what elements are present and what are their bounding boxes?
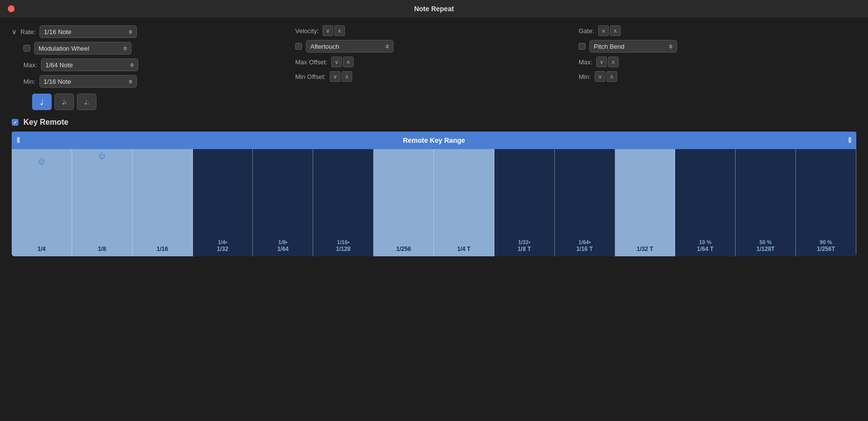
gate-down[interactable]: ∨ <box>598 25 609 36</box>
key-d-1-rate: 1/8 <box>98 246 106 252</box>
key-e0[interactable]: 1/64• 1/16 T <box>555 149 615 256</box>
gate-min-down[interactable]: ∨ <box>595 71 605 82</box>
modulation-checkbox[interactable] <box>23 45 30 52</box>
max-up[interactable] <box>130 63 134 65</box>
modulation-select[interactable]: Modulation Wheel <box>34 42 132 55</box>
pitchbend-checkbox[interactable] <box>579 43 585 50</box>
rate-spinners[interactable] <box>129 30 132 34</box>
note-btn-quarter[interactable]: ♩ <box>32 94 52 110</box>
max-offset-up[interactable]: ∧ <box>343 57 354 67</box>
min-offset-steppers[interactable]: ∨ ∧ <box>330 71 352 82</box>
key-c-1-rate: 1/4 <box>38 246 46 252</box>
key-c0[interactable]: C0 1/4 T <box>434 149 494 256</box>
key-c-1[interactable]: C-1 ⏻ NoteRepeat 1/4 <box>12 149 72 256</box>
max-down[interactable] <box>130 65 134 67</box>
max-label: Max: <box>23 61 37 69</box>
min-offset-down[interactable]: ∨ <box>330 71 340 82</box>
min-select[interactable]: 1/16 Note <box>39 75 137 88</box>
aftertouch-spinners[interactable] <box>385 44 389 49</box>
velocity-up[interactable]: ∧ <box>334 25 345 36</box>
aftertouch-value: Aftertouch <box>310 43 339 50</box>
aftertouch-select[interactable]: Aftertouch <box>306 40 394 53</box>
key-g-1[interactable]: 1/8• 1/64 <box>253 149 313 256</box>
range-handle-left[interactable]: ⦀ <box>17 136 20 145</box>
velocity-section: Velocity: ∨ ∧ Aftertouch Max Offset: <box>295 25 573 110</box>
gate-min-up[interactable]: ∧ <box>606 71 617 82</box>
velocity-row: Velocity: ∨ ∧ <box>295 25 573 36</box>
gate-max-up[interactable]: ∧ <box>608 57 619 67</box>
rate-down[interactable] <box>129 32 132 34</box>
pitchbend-select[interactable]: Pitch Bend <box>589 40 677 53</box>
gate-max-steppers[interactable]: ∨ ∧ <box>596 57 619 67</box>
min-row: Min: 1/16 Note <box>12 75 289 88</box>
gate-steppers[interactable]: ∨ ∧ <box>598 25 621 36</box>
rate-row: ∨ Rate: 1/16 Note <box>12 25 289 38</box>
range-handle-right[interactable]: ⦀ <box>848 136 851 145</box>
key-a0[interactable]: 50 % 1/128T <box>736 149 796 256</box>
mod-down[interactable] <box>123 49 127 51</box>
range-label: Remote Key Range <box>403 136 465 144</box>
min-offset-up[interactable]: ∧ <box>341 71 352 82</box>
remote-key-range[interactable]: ⦀ Remote Key Range ⦀ <box>12 132 856 149</box>
key-d0[interactable]: 1/32• 1/8 T <box>494 149 555 256</box>
collapse-arrow[interactable]: ∨ <box>12 28 17 36</box>
key-f0[interactable]: 1/32 T <box>615 149 676 256</box>
key-b-1-rate: 1/256 <box>396 246 411 252</box>
key-a0-function: 50 % <box>759 239 772 246</box>
key-e-1[interactable]: 1/16 <box>132 149 193 256</box>
min-spinners[interactable] <box>129 79 132 84</box>
key-a-1[interactable]: 1/16• 1/128 <box>313 149 374 256</box>
max-offset-down[interactable]: ∨ <box>331 57 342 67</box>
mod-up[interactable] <box>123 46 127 48</box>
velocity-down[interactable]: ∨ <box>322 25 333 36</box>
max-spinners[interactable] <box>130 63 134 67</box>
key-f-1-rate: 1/32 <box>217 246 228 252</box>
power-icon-spot-erase: ⏻ <box>98 152 105 160</box>
at-down[interactable] <box>385 47 389 49</box>
rate-up[interactable] <box>129 30 132 32</box>
key-a-1-rate: 1/128 <box>336 246 351 252</box>
min-up[interactable] <box>129 79 132 81</box>
close-button[interactable] <box>8 5 15 12</box>
key-a-1-function: 1/16• <box>337 239 349 246</box>
key-g0-function: 10 % <box>699 239 711 246</box>
aftertouch-row: Aftertouch <box>295 40 573 53</box>
note-type-buttons: ♩ ♩ₜ ♩. <box>12 94 289 110</box>
max-offset-label: Max Offset: <box>295 58 327 66</box>
key-b-1[interactable]: 1/256 <box>374 149 434 256</box>
key-e0-rate: 1/16 T <box>576 246 593 252</box>
key-g0-rate: 1/64 T <box>697 246 714 252</box>
pb-down[interactable] <box>669 47 673 49</box>
rate-select[interactable]: 1/16 Note <box>39 25 137 38</box>
velocity-label: Velocity: <box>295 27 319 35</box>
key-e0-function: 1/64• <box>579 239 591 246</box>
max-offset-steppers[interactable]: ∨ ∧ <box>331 57 354 67</box>
gate-up[interactable]: ∧ <box>610 25 621 36</box>
modulation-spinners[interactable] <box>123 46 127 51</box>
note-btn-dotted[interactable]: ♩. <box>77 94 96 110</box>
key-remote-section: ✓ Key Remote ⦀ Remote Key Range ⦀ C-1 ⏻ … <box>12 118 856 256</box>
pitchbend-value: Pitch Bend <box>594 43 624 50</box>
max-select[interactable]: 1/64 Note <box>41 58 138 71</box>
aftertouch-checkbox[interactable] <box>295 43 302 50</box>
pitchbend-spinners[interactable] <box>669 44 673 49</box>
velocity-steppers[interactable]: ∨ ∧ <box>322 25 345 36</box>
gate-max-down[interactable]: ∨ <box>596 57 607 67</box>
key-f-1[interactable]: 1/4• 1/32 <box>193 149 253 256</box>
key-d-1[interactable]: ⏻ SpotErase 1/8 <box>72 149 132 256</box>
key-g0[interactable]: 10 % 1/64 T <box>675 149 736 256</box>
main-panel: ∨ Rate: 1/16 Note Modulation Wheel <box>0 18 868 264</box>
max-value: 1/64 Note <box>45 61 73 69</box>
key-remote-header: ✓ Key Remote <box>12 118 856 127</box>
note-btn-triplet[interactable]: ♩ₜ <box>55 94 74 110</box>
key-remote-checkbox[interactable]: ✓ <box>12 119 19 126</box>
at-up[interactable] <box>385 44 389 46</box>
pb-up[interactable] <box>669 44 673 46</box>
modulation-value: Modulation Wheel <box>38 45 89 52</box>
modulation-row: Modulation Wheel <box>12 42 289 55</box>
gate-min-steppers[interactable]: ∨ ∧ <box>595 71 617 82</box>
min-down[interactable] <box>129 82 132 84</box>
key-a0-rate: 1/128T <box>756 246 774 252</box>
key-g-1-rate: 1/64 <box>277 246 288 252</box>
key-b0[interactable]: 90 % 1/256T <box>796 149 856 256</box>
